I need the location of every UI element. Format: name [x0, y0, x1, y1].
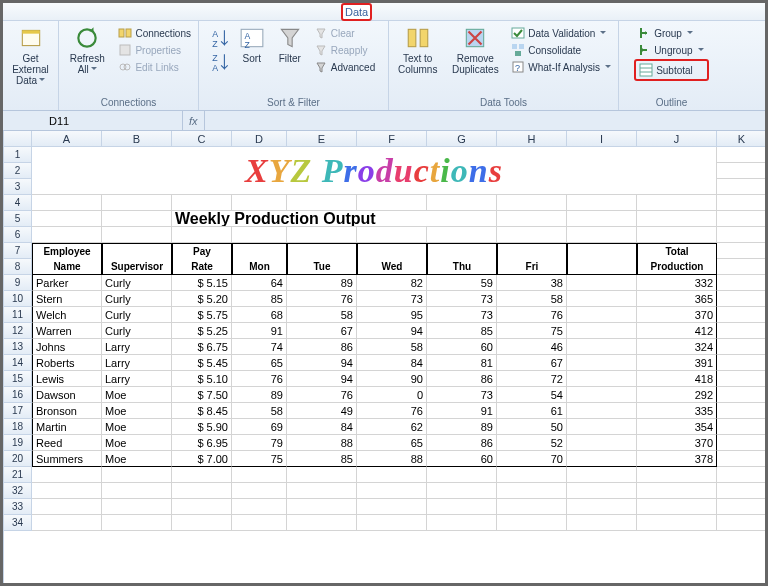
cell[interactable] [427, 483, 497, 499]
row-header[interactable]: 4 [4, 195, 32, 211]
cell[interactable] [172, 515, 232, 531]
cell[interactable] [427, 227, 497, 243]
cell[interactable] [232, 483, 287, 499]
row-header[interactable]: 16 [4, 387, 32, 403]
remove-duplicates-button[interactable]: Remove Duplicates [446, 23, 504, 77]
cell[interactable] [637, 467, 717, 483]
cell[interactable] [427, 195, 497, 211]
sort-asc-icon[interactable]: AZ [209, 27, 231, 49]
subtotal-button[interactable]: Subtotal [634, 59, 709, 81]
cell[interactable] [717, 483, 765, 499]
cell[interactable] [567, 499, 637, 515]
cell[interactable] [172, 483, 232, 499]
cell[interactable] [717, 419, 765, 435]
row-header[interactable]: 18 [4, 419, 32, 435]
cell[interactable] [32, 195, 102, 211]
row-header[interactable]: 9 [4, 275, 32, 291]
row-header[interactable]: 1 [4, 147, 32, 163]
whatif-button[interactable]: ? What-If Analysis [508, 59, 614, 75]
cell[interactable] [172, 195, 232, 211]
column-header[interactable]: G [427, 131, 497, 147]
cell[interactable] [567, 515, 637, 531]
cell[interactable] [717, 435, 765, 451]
cell[interactable] [717, 147, 765, 163]
cell[interactable] [497, 483, 567, 499]
cell[interactable] [102, 211, 172, 227]
refresh-all-button[interactable]: Refresh All [63, 23, 111, 77]
cell[interactable] [637, 195, 717, 211]
cell[interactable] [717, 307, 765, 323]
cell[interactable] [32, 483, 102, 499]
cell[interactable] [717, 227, 765, 243]
group-button[interactable]: Group [634, 25, 709, 41]
row-header[interactable]: 7 [4, 243, 32, 259]
cell[interactable] [717, 195, 765, 211]
cell[interactable] [287, 499, 357, 515]
filter-button[interactable]: Filter [273, 23, 307, 66]
cell[interactable] [497, 211, 567, 227]
row-header[interactable]: 34 [4, 515, 32, 531]
column-header[interactable]: C [172, 131, 232, 147]
cell[interactable] [717, 403, 765, 419]
cell[interactable] [717, 275, 765, 291]
cell[interactable] [232, 467, 287, 483]
cell[interactable] [567, 483, 637, 499]
row-header[interactable]: 33 [4, 499, 32, 515]
row-header[interactable]: 6 [4, 227, 32, 243]
sort-button[interactable]: AZ Sort [235, 23, 269, 66]
cell[interactable] [357, 515, 427, 531]
cell[interactable] [717, 467, 765, 483]
cell[interactable] [102, 499, 172, 515]
cell[interactable] [287, 483, 357, 499]
cell[interactable] [497, 195, 567, 211]
row-header[interactable]: 15 [4, 371, 32, 387]
row-header[interactable]: 3 [4, 179, 32, 195]
cell[interactable] [717, 451, 765, 467]
cell[interactable] [567, 195, 637, 211]
cell[interactable] [567, 467, 637, 483]
ribbon-tab-strip[interactable]: Data [3, 3, 765, 21]
row-header[interactable]: 21 [4, 467, 32, 483]
cell[interactable] [102, 467, 172, 483]
column-header[interactable]: F [357, 131, 427, 147]
connections-button[interactable]: Connections [115, 25, 194, 41]
column-header[interactable]: E [287, 131, 357, 147]
column-header[interactable]: K [717, 131, 765, 147]
row-header[interactable]: 5 [4, 211, 32, 227]
ungroup-button[interactable]: Ungroup [634, 42, 709, 58]
cell[interactable] [717, 323, 765, 339]
column-header[interactable]: J [637, 131, 717, 147]
row-header[interactable]: 19 [4, 435, 32, 451]
row-header[interactable]: 2 [4, 163, 32, 179]
cell[interactable] [637, 499, 717, 515]
select-all-corner[interactable] [4, 131, 32, 147]
cell[interactable] [287, 515, 357, 531]
cell[interactable] [567, 211, 637, 227]
cell[interactable] [717, 163, 765, 179]
cell[interactable] [717, 371, 765, 387]
cell[interactable] [497, 467, 567, 483]
column-header[interactable]: A [32, 131, 102, 147]
cell[interactable] [172, 499, 232, 515]
cell[interactable] [717, 355, 765, 371]
cell[interactable] [357, 483, 427, 499]
cell[interactable] [427, 467, 497, 483]
text-to-columns-button[interactable]: Text to Columns [393, 23, 442, 77]
cell[interactable] [357, 467, 427, 483]
cell[interactable] [717, 387, 765, 403]
cell[interactable] [232, 227, 287, 243]
column-header[interactable]: I [567, 131, 637, 147]
row-header[interactable]: 17 [4, 403, 32, 419]
cell[interactable] [232, 515, 287, 531]
formula-input[interactable] [205, 111, 765, 130]
cell[interactable] [287, 227, 357, 243]
cell[interactable] [497, 227, 567, 243]
cell[interactable] [717, 291, 765, 307]
cell[interactable] [427, 515, 497, 531]
row-header[interactable]: 12 [4, 323, 32, 339]
cell[interactable] [232, 499, 287, 515]
cell[interactable] [102, 483, 172, 499]
cell[interactable] [32, 515, 102, 531]
row-header[interactable]: 8 [4, 259, 32, 275]
cell[interactable] [637, 211, 717, 227]
